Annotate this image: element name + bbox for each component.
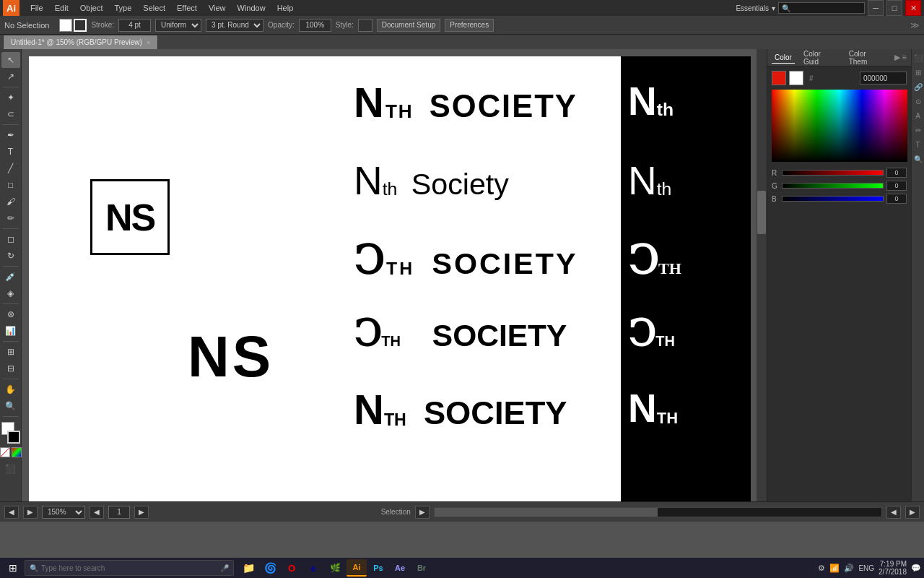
status-nav-left[interactable]: ◀ xyxy=(886,506,901,519)
start-button[interactable]: ⊞ xyxy=(3,559,23,577)
direct-selection-tool[interactable]: ↗ xyxy=(1,69,20,85)
taskbar-opera[interactable]: O xyxy=(282,559,302,577)
taskbar-after-effects[interactable]: Ae xyxy=(390,559,410,577)
status-dropdown-button[interactable]: ▶ xyxy=(415,506,430,519)
pencil-tool[interactable]: ✏ xyxy=(1,210,20,226)
red-bar[interactable] xyxy=(782,170,884,176)
blue-input[interactable] xyxy=(886,194,907,204)
menu-file[interactable]: File xyxy=(25,2,48,14)
taskbar-photoshop[interactable]: Ps xyxy=(368,559,388,577)
panel-menu-icon[interactable]: ≡ xyxy=(902,53,907,62)
taskbar-settings-icon[interactable]: ⚙ xyxy=(818,564,825,573)
background-color-swatch[interactable] xyxy=(789,71,803,85)
symbol-tool[interactable]: ⊛ xyxy=(1,306,20,322)
taskbar-edge[interactable]: e xyxy=(303,559,323,577)
tab-close-button[interactable]: × xyxy=(147,39,150,46)
search-input[interactable] xyxy=(778,2,865,14)
lasso-tool[interactable]: ⊂ xyxy=(1,106,20,122)
taskbar-illustrator[interactable]: Ai xyxy=(346,559,367,577)
color-tab[interactable]: Color xyxy=(772,52,795,64)
edge-icon-2[interactable]: ⊞ xyxy=(912,66,924,78)
zoom-next-button[interactable]: ▶ xyxy=(134,506,149,519)
stroke-color-button[interactable] xyxy=(74,19,87,32)
pen-tool[interactable]: ✒ xyxy=(1,127,20,143)
edge-icon-1[interactable]: ⬛ xyxy=(912,52,924,64)
nav-prev-button[interactable]: ◀ xyxy=(4,506,19,519)
blue-bar[interactable] xyxy=(782,196,884,202)
opacity-input[interactable] xyxy=(299,19,331,32)
edge-icon-5[interactable]: A xyxy=(912,110,924,121)
type-tool[interactable]: T xyxy=(1,144,20,160)
taskbar-search-box[interactable]: 🔍 🎤 xyxy=(25,560,234,576)
stroke-box[interactable] xyxy=(7,431,20,444)
hex-input[interactable]: 000000 xyxy=(860,72,907,85)
color-guide-tab[interactable]: Color Guid xyxy=(801,48,840,67)
menu-select[interactable]: Select xyxy=(138,2,170,14)
foreground-color-swatch[interactable] xyxy=(772,71,786,85)
menu-window[interactable]: Window xyxy=(232,2,271,14)
status-nav-right[interactable]: ▶ xyxy=(905,506,920,519)
preferences-button[interactable]: Preferences xyxy=(445,19,494,32)
workspace-dropdown-icon[interactable]: ▾ xyxy=(772,4,775,12)
nav-next-button[interactable]: ▶ xyxy=(23,506,38,519)
menu-effect[interactable]: Effect xyxy=(172,2,202,14)
taskbar-wifi-icon[interactable]: 📶 xyxy=(829,564,840,573)
rectangle-tool[interactable]: □ xyxy=(1,177,20,193)
color-theme-tab[interactable]: Color Them xyxy=(846,48,889,67)
menu-edit[interactable]: Edit xyxy=(50,2,74,14)
document-tab[interactable]: Untitled-1* @ 150% (RGB/GPU Preview) × xyxy=(3,35,158,49)
menu-object[interactable]: Object xyxy=(75,2,108,14)
menu-view[interactable]: View xyxy=(204,2,231,14)
eraser-tool[interactable]: ◻ xyxy=(1,231,20,247)
green-bar[interactable] xyxy=(782,183,884,189)
taskbar-search-input[interactable] xyxy=(41,564,200,572)
taskbar-language[interactable]: ENG xyxy=(858,564,874,572)
voice-search-icon[interactable]: 🎤 xyxy=(220,564,229,572)
zoom-select[interactable]: 150% xyxy=(42,506,85,519)
graph-tool[interactable]: 📊 xyxy=(1,323,20,339)
taskbar-app1[interactable]: 🌿 xyxy=(325,559,345,577)
taskbar-firefox[interactable]: 🌀 xyxy=(260,559,280,577)
menu-help[interactable]: Help xyxy=(272,2,299,14)
document-setup-button[interactable]: Document Setup xyxy=(377,19,441,32)
panel-expand-icon[interactable]: ▶ xyxy=(894,53,900,62)
selection-tool[interactable]: ↖ xyxy=(1,52,20,68)
paintbrush-tool[interactable]: 🖌 xyxy=(1,194,20,210)
zoom-prev-button[interactable]: ◀ xyxy=(90,506,104,519)
change-screen-mode[interactable]: ⬛ xyxy=(1,461,20,477)
minimize-button[interactable]: ─ xyxy=(868,0,884,16)
edge-icon-8[interactable]: 🔍 xyxy=(912,153,924,165)
menu-type[interactable]: Type xyxy=(110,2,137,14)
stroke-type-select[interactable]: Uniform xyxy=(155,19,201,32)
canvas-area[interactable]: NS NS NTH SOCIETY Nth Society ↃTH SOCIET… xyxy=(22,49,767,522)
maximize-button[interactable]: □ xyxy=(886,0,902,16)
page-input[interactable] xyxy=(108,506,130,519)
taskbar-bridge[interactable]: Br xyxy=(411,559,432,577)
artboard-tool[interactable]: ⊞ xyxy=(1,344,20,360)
edge-icon-7[interactable]: T xyxy=(912,139,924,150)
blend-tool[interactable]: ◈ xyxy=(1,285,20,301)
taskbar-volume-icon[interactable]: 🔊 xyxy=(844,564,854,573)
taskbar-clock[interactable]: 7:19 PM 2/7/2018 xyxy=(879,560,907,576)
magic-wand-tool[interactable]: ✦ xyxy=(1,90,20,105)
eyedropper-tool[interactable]: 💉 xyxy=(1,269,20,285)
close-button[interactable]: ✕ xyxy=(905,0,921,16)
gradient-icon[interactable] xyxy=(12,447,22,457)
vertical-scrollbar[interactable] xyxy=(757,49,767,522)
edge-icon-4[interactable]: ⊙ xyxy=(912,95,924,107)
zoom-tool[interactable]: 🔍 xyxy=(1,398,20,414)
fill-color-button[interactable] xyxy=(59,19,72,32)
scrollbar-thumb[interactable] xyxy=(757,191,766,234)
stroke-cap-select[interactable]: 3 pt. Round xyxy=(206,19,263,32)
line-tool[interactable]: ╱ xyxy=(1,160,20,176)
edge-icon-3[interactable]: 🔗 xyxy=(912,81,924,92)
hand-tool[interactable]: ✋ xyxy=(1,381,20,397)
taskbar-file-explorer[interactable]: 📁 xyxy=(238,559,258,577)
color-spectrum[interactable] xyxy=(772,90,907,162)
edge-icon-6[interactable]: ✏ xyxy=(912,124,924,136)
stroke-width-input[interactable] xyxy=(118,19,151,32)
none-fill-icon[interactable] xyxy=(0,447,10,457)
options-overflow-icon[interactable]: ≫ xyxy=(910,20,920,30)
rotate-tool[interactable]: ↻ xyxy=(1,248,20,264)
taskbar-notification-icon[interactable]: 💬 xyxy=(911,564,921,573)
